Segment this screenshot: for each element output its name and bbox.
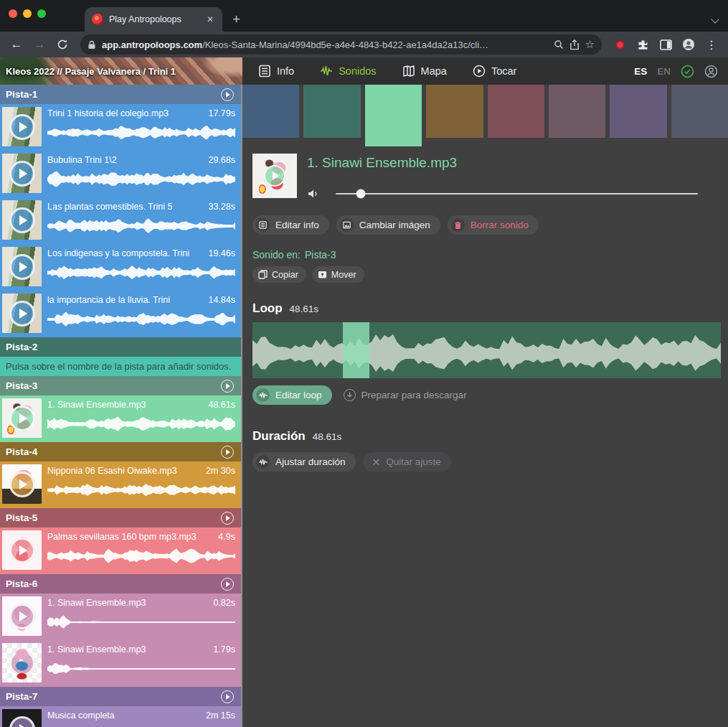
clip-thumbnail[interactable] (2, 530, 42, 570)
track-header[interactable]: Pista-4 (0, 442, 241, 461)
clip-thumbnail[interactable] (2, 398, 42, 438)
language-en[interactable]: EN (657, 66, 671, 77)
track-play-button[interactable] (221, 512, 234, 525)
volume-slider[interactable] (336, 193, 698, 194)
language-es[interactable]: ES (634, 66, 647, 77)
minimize-window-button[interactable] (23, 9, 32, 18)
clip-thumbnail[interactable] (2, 154, 42, 193)
zoom-window-button[interactable] (37, 9, 46, 18)
clip-row[interactable]: 1. Sinawi Ensemble.mp3 48.61s (0, 395, 241, 442)
track-play-button[interactable] (221, 380, 234, 393)
clip-play-button[interactable] (9, 301, 35, 327)
tab-search-chevron-icon[interactable] (712, 14, 718, 24)
clip-row[interactable]: Trini 1 historia del colegio.mp3 17.79s (0, 104, 241, 151)
clip-play-button[interactable] (9, 114, 35, 140)
recording-extension-icon[interactable] (610, 35, 629, 54)
adjust-duration-button[interactable]: Ajustar duración (252, 452, 356, 472)
track-color-swatch-7[interactable] (610, 85, 666, 138)
forward-button[interactable]: → (30, 35, 49, 54)
profile-avatar-icon[interactable] (679, 35, 698, 54)
loop-waveform[interactable] (252, 322, 721, 378)
clip-play-button[interactable] (9, 716, 35, 727)
track-play-button[interactable] (221, 578, 234, 591)
tab-info[interactable]: Info (258, 65, 294, 78)
clip-thumbnail[interactable] (2, 596, 42, 636)
back-button[interactable]: ← (7, 35, 26, 54)
clip-row[interactable]: 1. Sinawi Ensemble.mp3 1.79s (0, 640, 241, 687)
project-map-thumbnail[interactable]: Kleos 2022 // Pasaje Valvanera / Trini 1 (0, 57, 242, 85)
account-icon[interactable] (704, 65, 718, 78)
track-color-swatch-3[interactable] (365, 85, 422, 146)
extensions-puzzle-icon[interactable] (633, 35, 652, 54)
browser-menu-icon[interactable]: ⋮ (702, 35, 721, 54)
clip-thumbnail[interactable] (2, 643, 42, 683)
clip-thumbnail[interactable] (2, 247, 42, 286)
track-play-button[interactable] (221, 446, 234, 459)
delete-sound-button[interactable]: Borrar sonido (448, 215, 539, 235)
clip-play-button[interactable] (9, 650, 35, 676)
macos-window-controls[interactable] (9, 9, 46, 18)
track-header[interactable]: Pista-6 (0, 574, 241, 594)
clip-play-button[interactable] (9, 538, 35, 563)
clip-row[interactable]: Las plantas comestibles. Trini 5 33.28s (0, 197, 241, 244)
new-tab-button[interactable]: + (232, 11, 240, 32)
track-color-swatch-4[interactable] (426, 85, 483, 138)
clip-row[interactable]: Bubulina Trini 1\2 29.68s (0, 151, 241, 197)
side-panel-icon[interactable] (656, 35, 675, 54)
zoom-page-icon[interactable] (554, 39, 564, 50)
track-play-button[interactable] (221, 88, 234, 101)
sound-play-button[interactable] (264, 165, 285, 187)
track-color-swatch-5[interactable] (488, 85, 544, 138)
track-header[interactable]: Pista-1 (0, 85, 241, 104)
saved-check-icon[interactable] (681, 65, 694, 78)
track-color-swatch-2[interactable] (303, 85, 360, 138)
clip-row[interactable]: Musica completa 2m 15s (0, 706, 241, 727)
tab-close-icon[interactable]: ✕ (205, 13, 215, 26)
close-window-button[interactable] (9, 9, 17, 18)
clip-play-button[interactable] (9, 161, 35, 187)
clip-thumbnail[interactable] (2, 464, 42, 504)
clip-thumbnail[interactable] (2, 107, 42, 146)
clip-row[interactable]: Los indigenas y la compostela. Trini 19.… (0, 244, 241, 291)
clip-row[interactable]: Nipponia 06 Esashi Oiwake.mp3 2m 30s (0, 461, 241, 508)
track-header[interactable]: Pista-2 (0, 337, 241, 357)
clip-thumbnail[interactable] (2, 294, 42, 333)
edit-loop-button[interactable]: Editar loop (252, 385, 332, 405)
clip-thumbnail[interactable] (2, 200, 42, 240)
track-header[interactable]: Pista-7 (0, 687, 241, 706)
tab-tocar[interactable]: Tocar (473, 65, 516, 78)
sound-location-track-link[interactable]: Pista-3 (305, 249, 336, 261)
lock-icon[interactable] (88, 40, 96, 50)
clip-play-button[interactable] (9, 472, 35, 497)
volume-slider-thumb[interactable] (356, 189, 366, 199)
tab-sonidos[interactable]: Sonidos (320, 65, 376, 78)
edit-info-button[interactable]: Editar info (252, 215, 329, 235)
clip-play-button[interactable] (9, 604, 35, 629)
browser-tab[interactable]: Play Antropoloops ✕ (85, 7, 222, 32)
clip-thumbnail[interactable] (2, 709, 42, 727)
address-bar[interactable]: app.antropoloops.com/Kleos-Santa-Marina/… (80, 34, 602, 55)
reload-button[interactable] (53, 35, 72, 54)
track-empty-message[interactable]: Pulsa sobre el nombre de la pista para a… (0, 357, 241, 376)
copy-sound-button[interactable]: Copiar (252, 266, 306, 283)
share-icon[interactable] (569, 39, 580, 50)
bookmark-star-icon[interactable]: ☆ (585, 38, 595, 51)
change-image-button[interactable]: Cambiar imágen (336, 215, 440, 235)
track-color-swatch-1[interactable] (242, 85, 299, 138)
move-sound-button[interactable]: Mover (312, 266, 364, 283)
clip-row[interactable]: la importancia de la lluvia. Trini 14.84… (0, 291, 241, 337)
track-header[interactable]: Pista-5 (0, 508, 241, 527)
sound-thumbnail[interactable] (252, 154, 297, 198)
prepare-download-button[interactable]: Preparar para descargar (344, 389, 467, 401)
track-color-swatch-8[interactable] (671, 85, 728, 138)
track-play-button[interactable] (221, 690, 234, 703)
breadcrumb[interactable]: Kleos 2022 // Pasaje Valvanera / Trini 1 (0, 66, 176, 77)
clip-row[interactable]: 1. Sinawi Ensemble.mp3 0.82s (0, 594, 241, 640)
clip-play-button[interactable] (9, 207, 35, 233)
clip-play-button[interactable] (9, 254, 35, 280)
clip-play-button[interactable] (9, 405, 35, 431)
tab-mapa[interactable]: Mapa (402, 65, 447, 78)
track-header[interactable]: Pista-3 (0, 376, 241, 395)
clear-adjust-button[interactable]: ✕ Quitar ajuste (363, 452, 451, 472)
track-color-swatch-6[interactable] (549, 85, 605, 138)
